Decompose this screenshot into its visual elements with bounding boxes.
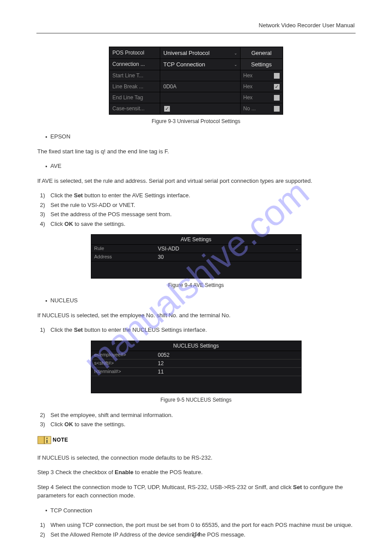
terminal-input[interactable]: 11 [155,368,301,376]
universal-protocol-settings-panel: POS Protocol Universal Protocol ⌄ Genera… [109,47,283,115]
hex-label: Hex [243,83,274,90]
page-header-title: Network Video Recorder User Manual [0,0,392,33]
pos-protocol-label: POS Protocol [110,47,160,58]
pos-protocol-dropdown[interactable]: Universal Protocol ⌄ [160,47,241,58]
figure-1-caption: Figure 9-3 Universal Protocol Settings [0,118,392,124]
list-item: NUCLEUS [45,296,355,305]
nucleus-settings-title: NUCLEUS Settings [91,341,301,351]
end-line-label: End Line Tag [110,92,160,103]
bullet-list: AVE [45,162,355,170]
row-address: Address 30 [91,253,301,261]
list-item: 3)Click OK to save the settings. [50,420,355,429]
row-end-line: End Line Tag Hex [110,92,282,103]
list-item: 1)Click the Set button to enter the NUCL… [50,326,355,334]
hex-checkbox[interactable] [274,95,280,101]
line-break-label: Line Break ... [110,81,160,92]
start-line-label: Start Line T... [110,70,160,81]
hex-label: Hex [243,94,274,101]
svg-rect-4 [47,440,47,443]
note-text: If NUCLEUS is selected, the connection m… [37,453,355,462]
list-item: 4)Click OK to save the settings. [50,220,355,229]
nucleus-steps: 1)Click the Set button to enter the NUCL… [50,326,355,334]
figure-3-caption: Figure 9-5 NUCLEUS Settings [0,397,392,403]
ave-steps: 1)Click the Set button to enter the AVE … [50,191,355,228]
row-connection: Connection ... TCP Connection ⌄ Settings [110,58,282,70]
header-divider [36,33,356,33]
note-label: NOTE [53,437,68,443]
row-start-line: Start Line T... Hex [110,70,282,81]
list-item: 3)Set the address of the POS message sen… [50,210,355,219]
row-pos-protocol: POS Protocol Universal Protocol ⌄ Genera… [110,47,282,58]
connection-label: Connection ... [110,59,160,70]
list-item: TCP Connection [45,506,355,515]
address-input[interactable]: 30 [155,253,301,261]
chevron-down-icon: ⌄ [295,247,298,251]
figure-2-caption: Figure 9-4 AVE Settings [0,282,392,288]
general-button[interactable]: General [241,47,282,58]
ave-settings-title: AVE Settings [91,235,301,245]
row-rule: Rule VSI-ADD ⌄ [91,245,301,253]
shift-input[interactable]: 12 [155,359,301,367]
list-item: 2)Set the employee, shift and terminal i… [50,411,355,420]
nucleus-description: If NUCLEUS is selected, set the employee… [37,311,355,320]
bullet-list: TCP Connection [45,506,355,515]
list-item: 2)Set the rule to VSI-ADD or VNET. [50,201,355,210]
bullet-list: NUCLEUS [45,296,355,305]
ave-settings-panel: AVE Settings Rule VSI-ADD ⌄ Address 30 [91,234,302,279]
settings-button[interactable]: Settings [241,59,282,70]
row-line-break: Line Break ... 0D0A Hex [110,81,282,92]
ave-description: If AVE is selected, set the rule and add… [37,177,355,185]
step-3: Step 3 Check the checkbox of Enable to e… [37,468,355,477]
case-sensitive-label: Case-sensit... [110,103,160,114]
row-terminal: t<terminal#> 11 [91,368,301,376]
connection-dropdown[interactable]: TCP Connection ⌄ [160,59,241,70]
line-break-input[interactable]: 0D0A [160,81,241,92]
nucleus-steps-2: 2)Set the employee, shift and terminal i… [50,411,355,429]
svg-rect-3 [47,438,47,439]
start-line-input[interactable] [160,70,241,81]
hex-checkbox[interactable] [274,84,280,90]
row-shift: s<shift#> 12 [91,359,301,368]
step-4: Step 4 Select the connection mode to TCP… [37,483,355,500]
nucleus-settings-panel: NUCLEUS Settings e<employee#> 0052 s<shi… [91,341,302,393]
no-checkbox[interactable] [274,106,280,112]
chevron-down-icon: ⌄ [234,62,237,67]
page-number: 154 [0,531,392,537]
end-line-input[interactable] [160,92,241,103]
svg-rect-1 [44,436,51,444]
rule-label: Rule [91,245,155,253]
hex-checkbox[interactable] [274,73,280,79]
list-item: 1)When using TCP connection, the port mu… [50,521,355,530]
address-label: Address [91,253,155,261]
terminal-label: t<terminal#> [91,368,155,376]
list-item: AVE [45,162,355,170]
employee-input[interactable]: 0052 [155,351,301,359]
hex-label: Hex [243,73,274,79]
svg-rect-0 [38,436,44,444]
bullet-list: EPSON [45,132,355,141]
shift-label: s<shift#> [91,359,155,367]
no-label: No ... [243,105,274,112]
row-case-sensitive: Case-sensit... No ... [110,103,282,114]
case-sensitive-checkbox[interactable] [164,106,170,112]
row-employee: e<employee#> 0052 [91,351,301,359]
employee-label: e<employee#> [91,351,155,359]
list-item: 1)Click the Set button to enter the AVE … [50,191,355,200]
epson-description: The fixed start line tag is q! and the e… [37,147,355,156]
case-sensitive-cell [160,103,241,114]
note-icon: NOTE [37,435,68,445]
rule-dropdown[interactable]: VSI-ADD ⌄ [155,245,301,253]
list-item: EPSON [45,132,355,141]
chevron-down-icon: ⌄ [234,51,237,55]
